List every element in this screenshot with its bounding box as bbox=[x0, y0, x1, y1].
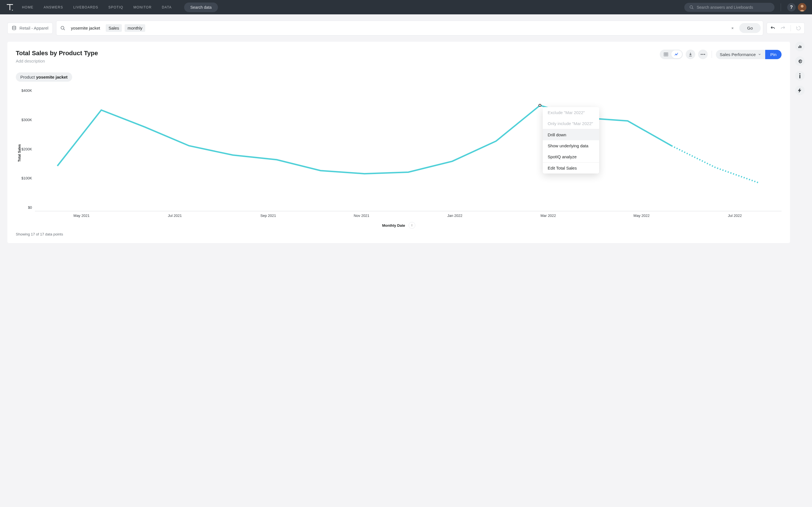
svg-rect-21 bbox=[800, 45, 801, 48]
right-rail bbox=[795, 42, 805, 243]
svg-point-15 bbox=[675, 54, 676, 54]
settings-button[interactable] bbox=[795, 56, 805, 66]
view-chart-button[interactable] bbox=[671, 50, 682, 58]
svg-point-2 bbox=[12, 10, 13, 10]
chart-title[interactable]: Total Sales by Product Type bbox=[16, 50, 98, 57]
context-menu-item[interactable]: Edit Total Sales bbox=[543, 163, 599, 173]
x-tick: Jul 2022 bbox=[688, 214, 781, 218]
x-tick: Jan 2022 bbox=[408, 214, 502, 218]
y-axis-label: Total Sales bbox=[16, 144, 21, 162]
nav-data[interactable]: DATA bbox=[162, 5, 172, 9]
info-icon bbox=[799, 73, 801, 78]
query-toolbar: Retail - Apparel yosemite jacket Sales m… bbox=[0, 14, 812, 42]
sort-x-axis-button[interactable]: ↑ bbox=[409, 222, 415, 229]
y-tick: $200K bbox=[21, 147, 32, 151]
view-table-button[interactable] bbox=[661, 50, 671, 58]
context-menu-item[interactable]: Show underlying data bbox=[543, 140, 599, 151]
reset-button bbox=[796, 25, 801, 31]
svg-rect-20 bbox=[799, 47, 799, 48]
y-tick: $100K bbox=[21, 176, 32, 180]
y-axis-ticks: $400K $300K $200K $100K $0 bbox=[21, 87, 35, 219]
filter-chip-prefix: Product bbox=[20, 75, 36, 79]
redo-icon bbox=[780, 25, 785, 31]
bar-chart-icon bbox=[798, 44, 802, 49]
go-button[interactable]: Go bbox=[739, 23, 761, 33]
global-search[interactable] bbox=[684, 3, 774, 12]
more-icon bbox=[701, 54, 705, 55]
y-tick: $400K bbox=[21, 89, 32, 93]
x-tick: Mar 2022 bbox=[502, 214, 595, 218]
spotiq-button[interactable] bbox=[795, 86, 805, 95]
filter-chip-value: yosemite jacket bbox=[36, 75, 68, 79]
logo[interactable] bbox=[6, 3, 14, 11]
svg-rect-10 bbox=[664, 53, 668, 56]
lightning-icon bbox=[798, 88, 802, 93]
chart-context-menu: Exclude "Mar 2022"Only include "Mar 2022… bbox=[543, 107, 599, 173]
search-bar[interactable]: yosemite jacket Sales monthly × Go bbox=[56, 20, 763, 36]
x-tick: Jul 2021 bbox=[128, 214, 221, 218]
nav-liveboards[interactable]: LIVEBOARDS bbox=[73, 5, 98, 9]
context-menu-item[interactable]: SpotIQ analyze bbox=[543, 151, 599, 162]
svg-line-9 bbox=[63, 29, 65, 30]
user-avatar[interactable] bbox=[798, 3, 806, 11]
selected-data-point[interactable] bbox=[539, 104, 541, 107]
svg-point-19 bbox=[704, 54, 705, 55]
nav-spotiq[interactable]: SPOTIQ bbox=[109, 5, 123, 9]
context-menu-item[interactable]: Drill down bbox=[543, 129, 599, 140]
pin-button[interactable]: Pin bbox=[765, 50, 781, 59]
datasource-selector[interactable]: Retail - Apparel bbox=[7, 22, 53, 34]
nav-divider bbox=[781, 3, 781, 11]
info-button[interactable] bbox=[795, 71, 805, 80]
svg-point-24 bbox=[799, 73, 801, 74]
y-tick: $0 bbox=[28, 205, 32, 210]
top-nav: HOME ANSWERS LIVEBOARDS SPOTIQ MONITOR D… bbox=[0, 0, 812, 14]
clear-search-button[interactable]: × bbox=[728, 24, 737, 32]
undo-button[interactable] bbox=[770, 25, 775, 31]
svg-point-8 bbox=[61, 26, 64, 29]
download-button[interactable] bbox=[686, 50, 695, 59]
reset-icon bbox=[796, 25, 801, 31]
search-token-monthly[interactable]: monthly bbox=[124, 24, 145, 32]
line-chart-icon bbox=[674, 52, 679, 57]
x-tick: May 2021 bbox=[35, 214, 128, 218]
global-search-input[interactable] bbox=[697, 5, 769, 10]
nav-monitor[interactable]: MONITOR bbox=[133, 5, 152, 9]
x-axis-label: Monthly Date bbox=[382, 223, 405, 228]
liveboard-dropdown-label: Sales Performance bbox=[720, 52, 756, 57]
x-tick: Sep 2021 bbox=[221, 214, 315, 218]
liveboard-dropdown[interactable]: Sales Performance bbox=[716, 50, 765, 59]
chart-config-button[interactable] bbox=[795, 42, 805, 51]
help-button[interactable]: ? bbox=[787, 3, 796, 11]
svg-point-17 bbox=[701, 54, 702, 55]
filter-chip-product[interactable]: Product yosemite jacket bbox=[16, 72, 72, 82]
search-token-sales[interactable]: Sales bbox=[106, 24, 122, 32]
svg-point-16 bbox=[676, 55, 677, 55]
chart-area: Total Sales $400K $300K $200K $100K $0 M… bbox=[16, 87, 781, 219]
svg-point-6 bbox=[801, 5, 804, 8]
undo-icon bbox=[770, 25, 775, 31]
context-menu-item: Only include "Mar 2022" bbox=[543, 118, 599, 129]
database-icon bbox=[11, 25, 17, 31]
x-tick: Nov 2021 bbox=[315, 214, 408, 218]
x-tick: May 2022 bbox=[595, 214, 688, 218]
download-icon bbox=[688, 52, 693, 57]
search-data-button[interactable]: Search data bbox=[184, 3, 218, 12]
svg-point-7 bbox=[12, 26, 16, 27]
search-token-text[interactable]: yosemite jacket bbox=[68, 24, 103, 32]
redo-button bbox=[780, 25, 785, 31]
svg-rect-22 bbox=[801, 46, 802, 48]
search-icon bbox=[689, 5, 694, 10]
chart-plot[interactable]: May 2021 Jul 2021 Sep 2021 Nov 2021 Jan … bbox=[35, 87, 781, 211]
x-axis-ticks: May 2021 Jul 2021 Sep 2021 Nov 2021 Jan … bbox=[35, 214, 781, 218]
svg-point-23 bbox=[799, 61, 801, 62]
more-actions-button[interactable] bbox=[698, 50, 708, 59]
svg-rect-25 bbox=[799, 75, 800, 78]
history-controls bbox=[767, 22, 805, 34]
search-icon bbox=[60, 25, 65, 31]
svg-line-4 bbox=[692, 8, 693, 9]
svg-point-18 bbox=[702, 54, 703, 55]
nav-answers[interactable]: ANSWERS bbox=[44, 5, 63, 9]
nav-home[interactable]: HOME bbox=[22, 5, 34, 9]
chart-description[interactable]: Add description bbox=[16, 59, 98, 63]
answer-canvas: Total Sales by Product Type Add descript… bbox=[7, 42, 790, 243]
